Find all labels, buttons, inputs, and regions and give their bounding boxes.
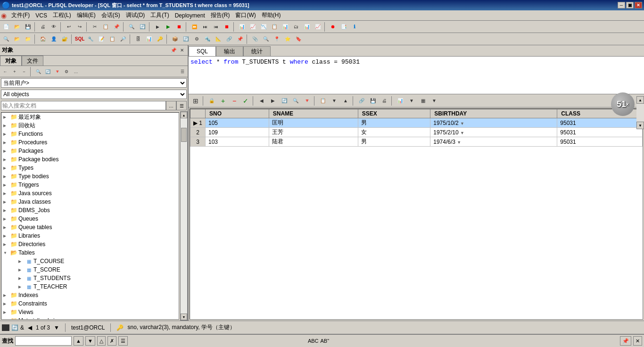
tree-recent[interactable]: ▶ 📁 最近对象	[1, 113, 179, 121]
rt-search[interactable]: 🔍	[290, 96, 301, 106]
menu-report[interactable]: 报告(R)	[208, 10, 233, 20]
rt-grid2[interactable]: ▦	[418, 96, 428, 106]
table-row[interactable]: ▶ 1 105 匡明 男 1975/10/2 ▼ 95031	[190, 118, 643, 128]
pt-more[interactable]: …	[72, 67, 80, 76]
outer-close-btn[interactable]: ✕	[635, 2, 642, 8]
pt-extra[interactable]: ☰	[178, 67, 187, 76]
menu-deployment[interactable]: Deployment	[172, 11, 208, 20]
find-opt-abc[interactable]: ABC	[308, 338, 319, 344]
tb2-b5[interactable]: 👤	[49, 34, 59, 44]
sql-editor[interactable]: select * from T_STUDENTS t where class =…	[189, 57, 644, 94]
outer-min-btn[interactable]: ─	[618, 2, 625, 8]
sb-thumb[interactable]	[181, 128, 187, 142]
tb2-b11[interactable]: 🔎	[118, 34, 128, 44]
user-dropdown[interactable]: 当前用户>	[1, 78, 187, 88]
rt-save[interactable]: 💾	[368, 96, 378, 106]
find-input[interactable]	[15, 336, 72, 346]
tree-mat-views[interactable]: ▶ 📁 Materialized views	[1, 316, 179, 320]
filter-search-btn[interactable]: …	[166, 101, 176, 110]
tree-constraints[interactable]: ▶ 📁 Constraints	[1, 299, 179, 308]
all-objects-dropdown[interactable]: All objects	[1, 90, 187, 99]
editor-scroll-track[interactable]	[636, 104, 644, 122]
nav-next[interactable]: ▼	[54, 324, 59, 331]
tb-stop[interactable]: ⏹	[174, 22, 184, 32]
find-clear-btn[interactable]: ✗	[107, 336, 116, 346]
tb-b13[interactable]: ⏺	[328, 22, 338, 32]
menu-file[interactable]: 文件(F)	[8, 10, 33, 20]
tb-compile[interactable]: ▶	[152, 22, 163, 32]
menu-project[interactable]: 工程(L)	[50, 10, 74, 20]
filter-extra-btn[interactable]: ☰	[176, 101, 187, 110]
nav-prev[interactable]: ◀	[28, 324, 32, 331]
sb-track[interactable]	[181, 118, 187, 314]
tb-replace[interactable]: 🔄	[137, 22, 148, 32]
status-refresh[interactable]: 🔄	[11, 324, 18, 331]
tb-b10[interactable]: 🗂	[291, 22, 301, 32]
find-next-btn[interactable]: ▼	[85, 336, 95, 346]
tb-save[interactable]: 💾	[23, 22, 33, 32]
tb-new[interactable]: 📄	[1, 22, 11, 32]
find-mark-btn[interactable]: △	[97, 336, 106, 346]
tb-b8[interactable]: 📋	[269, 22, 280, 32]
tb-redo[interactable]: ↪	[74, 22, 85, 32]
rt-filter2[interactable]: 🔻	[302, 96, 312, 106]
rt-b1[interactable]: 📋	[318, 96, 328, 106]
panel-pin[interactable]: 📌	[170, 47, 177, 54]
tb-open[interactable]: 📂	[12, 22, 22, 32]
tb2-b25[interactable]: ⭐	[282, 34, 293, 44]
tb2-b10[interactable]: 📋	[107, 34, 117, 44]
tree-tables[interactable]: ▼ 📂 Tables	[1, 248, 179, 257]
tree-functions[interactable]: ▶ 📁 Functions	[1, 130, 179, 138]
tree-package-bodies[interactable]: ▶ 📁 Package bodies	[1, 155, 179, 164]
tb-b11[interactable]: 📊	[302, 22, 312, 32]
tb-b4[interactable]: ⏹	[222, 22, 232, 32]
tb2-b18[interactable]: 🔩	[202, 34, 213, 44]
panel-close[interactable]: ✕	[178, 47, 186, 54]
tb-b12[interactable]: 📈	[313, 22, 323, 32]
tb-b9[interactable]: 📊	[280, 22, 290, 32]
table-row[interactable]: 3 103 陆君 男 1974/6/3 ▼ 95031	[190, 137, 643, 147]
tb-preview[interactable]: 👁	[49, 22, 59, 32]
tb2-b2[interactable]: 📂	[12, 34, 22, 44]
tree-t-teacher[interactable]: ▶ ▦ T_TEACHER	[1, 282, 179, 291]
rt-grid3[interactable]: ▼	[429, 96, 439, 106]
rt-del-row[interactable]: −	[229, 96, 239, 106]
rt-apply[interactable]: ✓	[240, 96, 251, 106]
tb-b7[interactable]: 📉	[258, 22, 269, 32]
tb2-b24[interactable]: 📍	[272, 34, 282, 44]
rt-chart[interactable]: 📊	[395, 96, 405, 106]
pt-settings[interactable]: ⚙	[62, 67, 71, 76]
tb2-b15[interactable]: 📦	[170, 34, 180, 44]
outer-max-btn[interactable]: ▣	[626, 2, 634, 8]
tb2-b4[interactable]: 🏠	[38, 34, 48, 44]
table-row[interactable]: 2 109 王芳 女 1975/2/10 ▼ 95031	[190, 128, 643, 137]
pt-back[interactable]: ←	[1, 67, 9, 76]
tb2-b12[interactable]: 🗄	[133, 34, 143, 44]
rt-next[interactable]: ▶	[268, 96, 278, 106]
tree-java-classes[interactable]: ▶ 📁 Java classes	[1, 198, 179, 206]
tree-recycle[interactable]: ▶ 📁 回收站	[1, 121, 179, 130]
tb2-sql[interactable]: SQL	[74, 34, 85, 44]
find-opt-ab[interactable]: AB"	[321, 338, 330, 344]
pt-filter[interactable]: 🔻	[53, 67, 61, 76]
tb2-b3[interactable]: 📁	[23, 34, 33, 44]
rt-grid[interactable]: ⊞	[190, 96, 201, 106]
tree-types[interactable]: ▶ 📁 Types	[1, 164, 179, 172]
menu-vcs[interactable]: VCS	[33, 11, 50, 20]
tb2-b26[interactable]: 🔖	[293, 34, 304, 44]
find-close-btn[interactable]: ✕	[633, 336, 642, 346]
tree-packages[interactable]: ▶ 📁 Packages	[1, 147, 179, 155]
tb-print[interactable]: 🖨	[38, 22, 48, 32]
tree-scrollbar[interactable]: ▲ ▼	[180, 111, 188, 321]
tree-queues[interactable]: ▶ 📁 Queues	[1, 215, 179, 223]
rt-refresh[interactable]: 🔄	[279, 96, 289, 106]
menu-edit[interactable]: 编辑(E)	[74, 10, 99, 20]
tb-b3[interactable]: ⏮	[211, 22, 221, 32]
tb2-b20[interactable]: 🔗	[224, 34, 234, 44]
tb2-b22[interactable]: 📎	[250, 34, 260, 44]
tb2-b13[interactable]: 📊	[144, 34, 154, 44]
tree-indexes[interactable]: ▶ 📁 Indexes	[1, 291, 179, 299]
tb-find[interactable]: 🔍	[126, 22, 137, 32]
find-prev-btn[interactable]: ▲	[74, 336, 83, 346]
filter-input[interactable]	[1, 101, 166, 110]
